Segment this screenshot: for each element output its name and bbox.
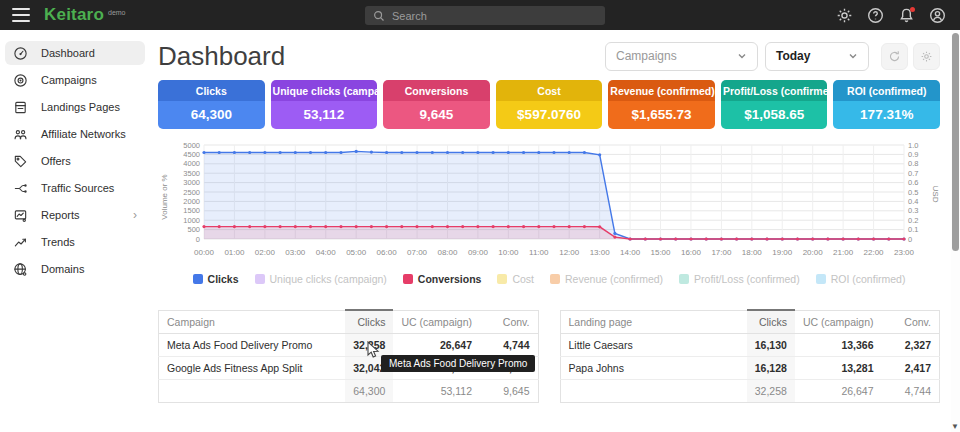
table-footer-row: 32,25826,6474,744 [560, 380, 940, 403]
column-header-landing-page[interactable]: Landing page [560, 310, 747, 334]
row-tooltip: Meta Ads Food Delivery Promo [381, 355, 535, 372]
account-icon[interactable] [929, 7, 946, 24]
column-header-uc-campaign-[interactable]: UC (campaign) [795, 310, 882, 334]
help-icon[interactable] [867, 7, 884, 24]
svg-text:03:00: 03:00 [285, 248, 306, 257]
legend-item-unique-clicks-campaign-[interactable]: Unique clicks (campaign) [255, 273, 387, 285]
legend-swatch [679, 274, 689, 284]
footer-cell [159, 380, 346, 403]
campaigns-select-value: Campaigns [616, 49, 677, 63]
campaigns-select[interactable]: Campaigns [605, 42, 758, 71]
sidebar-item-label: Reports [41, 209, 133, 221]
sidebar-item-campaigns[interactable]: Campaigns [5, 68, 145, 92]
sidebar-item-traffic-sources[interactable]: Traffic Sources [5, 176, 145, 200]
refresh-button[interactable] [881, 43, 908, 70]
svg-text:1000: 1000 [183, 216, 200, 225]
legend-item-revenue-confirmed-[interactable]: Revenue (confirmed) [550, 273, 663, 285]
sidebar-item-offers[interactable]: Offers [5, 149, 145, 173]
column-header-conv-[interactable]: Conv. [882, 310, 940, 334]
table-footer-row: 64,30053,1129,645 [159, 380, 539, 403]
scrollbar[interactable] [951, 30, 960, 432]
column-header-clicks[interactable]: Clicks [345, 310, 393, 334]
svg-text:0.4: 0.4 [908, 197, 918, 206]
legend-label: ROI (confirmed) [831, 273, 906, 285]
legend-swatch [550, 274, 560, 284]
svg-text:06:00: 06:00 [377, 248, 398, 257]
sidebar-item-label: Traffic Sources [41, 182, 137, 194]
dashboard-settings-button[interactable] [913, 43, 940, 70]
sidebar-item-label: Trends [41, 236, 137, 248]
svg-text:3000: 3000 [183, 178, 200, 187]
svg-text:500: 500 [187, 225, 200, 234]
date-range-select[interactable]: Today [765, 42, 869, 71]
metric-card-revenue-confirmed-[interactable]: Revenue (confirmed)$1,655.73 [608, 80, 715, 129]
people-icon [13, 127, 28, 142]
legend-label: Conversions [418, 273, 482, 285]
metric-card-conversions[interactable]: Conversions9,645 [383, 80, 490, 129]
brand-suffix: demo [108, 9, 126, 16]
metric-card-label: Profit/Loss (confirmed) [721, 80, 828, 101]
footer-cell: 26,647 [795, 380, 882, 403]
sidebar-item-trends[interactable]: Trends [5, 230, 145, 254]
page-title: Dashboard [158, 41, 605, 72]
gear-icon [920, 50, 933, 63]
table-row[interactable]: Little Caesars16,13013,3662,327 [560, 334, 940, 357]
row-name-cell: Google Ads Fitness App Split [159, 357, 346, 380]
legend-swatch [816, 274, 826, 284]
sidebar-item-label: Domains [41, 263, 137, 275]
metric-card-clicks[interactable]: Clicks64,300 [158, 80, 265, 129]
date-range-value: Today [776, 49, 810, 63]
legend-item-cost[interactable]: Cost [497, 273, 534, 285]
metric-card-roi-confirmed-[interactable]: ROI (confirmed)177.31% [833, 80, 940, 129]
page-icon [13, 100, 28, 115]
svg-text:0: 0 [908, 235, 912, 244]
sidebar: DashboardCampaignsLandings PagesAffiliat… [0, 30, 150, 432]
metric-card-cost[interactable]: Cost$597.0760 [496, 80, 603, 129]
metric-card-profit-loss-confirmed-[interactable]: Profit/Loss (confirmed)$1,058.65 [721, 80, 828, 129]
svg-text:07:00: 07:00 [407, 248, 428, 257]
table-row[interactable]: Papa Johns16,12813,2812,417 [560, 357, 940, 380]
svg-text:13:00: 13:00 [590, 248, 611, 257]
legend-item-profit-loss-confirmed-[interactable]: Profit/Loss (confirmed) [679, 273, 800, 285]
metric-card-value: 53,112 [271, 101, 378, 129]
split-icon [13, 181, 28, 196]
globe-icon [13, 262, 28, 277]
legend-swatch [255, 274, 265, 284]
sidebar-item-reports[interactable]: Reports› [5, 203, 145, 227]
legend-item-clicks[interactable]: Clicks [193, 273, 239, 285]
notification-badge [910, 7, 915, 12]
notifications-icon[interactable] [898, 7, 915, 24]
legend-label: Profit/Loss (confirmed) [694, 273, 800, 285]
sidebar-item-domains[interactable]: Domains [5, 257, 145, 281]
search-input[interactable]: Search [365, 6, 605, 25]
report-icon [13, 208, 28, 223]
sidebar-item-landings-pages[interactable]: Landings Pages [5, 95, 145, 119]
column-header-campaign[interactable]: Campaign [159, 310, 346, 334]
svg-text:22:00: 22:00 [864, 248, 885, 257]
menu-icon[interactable] [12, 8, 30, 22]
sidebar-item-affiliate-networks[interactable]: Affiliate Networks [5, 122, 145, 146]
metric-card-unique-clicks-campaign-[interactable]: Unique clicks (campaign)53,112 [271, 80, 378, 129]
scroll-down-icon[interactable]: ▼ [951, 422, 959, 431]
traffic-chart[interactable]: 0500100015002000250030003500400045005000… [158, 139, 940, 267]
metric-card-value: $597.0760 [496, 101, 603, 129]
chevron-down-icon [848, 51, 858, 61]
scrollbar-thumb[interactable] [952, 33, 959, 251]
landing-page-table: Landing pageClicksUC (campaign)Conv.Litt… [560, 309, 941, 403]
footer-cell: 53,112 [393, 380, 480, 403]
svg-text:0.6: 0.6 [908, 178, 918, 187]
svg-text:USD: USD [931, 186, 940, 203]
settings-icon[interactable] [836, 7, 853, 24]
column-header-clicks[interactable]: Clicks [747, 310, 795, 334]
footer-cell [560, 380, 747, 403]
svg-text:4000: 4000 [183, 159, 200, 168]
sidebar-item-dashboard[interactable]: Dashboard [5, 41, 145, 65]
svg-text:15:00: 15:00 [651, 248, 672, 257]
brand-logo[interactable]: Keitaro [44, 5, 104, 25]
table-row[interactable]: Meta Ads Food Delivery Promo32,25826,647… [159, 334, 539, 357]
legend-item-conversions[interactable]: Conversions [403, 273, 482, 285]
column-header-conv-[interactable]: Conv. [480, 310, 538, 334]
svg-text:2000: 2000 [183, 197, 200, 206]
column-header-uc-campaign-[interactable]: UC (campaign) [393, 310, 480, 334]
legend-item-roi-confirmed-[interactable]: ROI (confirmed) [816, 273, 906, 285]
